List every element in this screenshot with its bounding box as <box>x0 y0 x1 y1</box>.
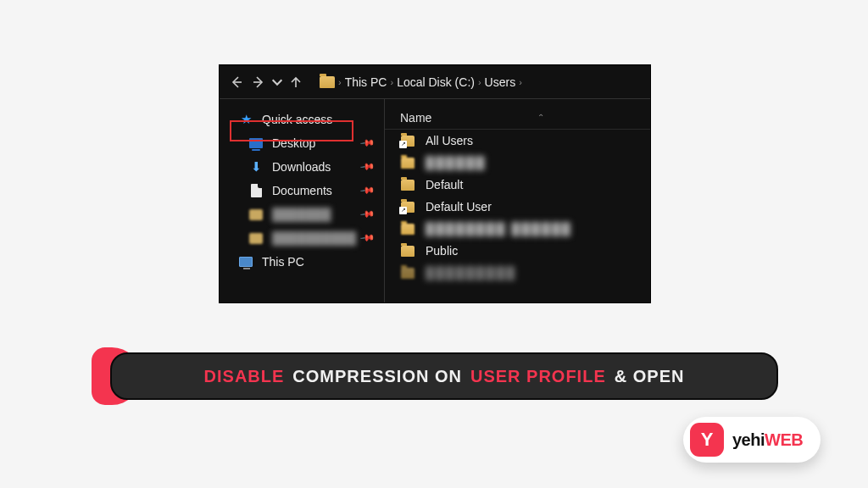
sidebar-item-label: This PC <box>262 255 304 269</box>
pin-icon: 📌 <box>359 136 376 152</box>
logo-badge-icon: Y <box>690 423 724 457</box>
caption-word: & OPEN <box>615 367 685 386</box>
list-item-highlighted[interactable]: ██████ <box>385 152 650 174</box>
forward-button[interactable] <box>248 72 269 92</box>
sidebar-item-documents[interactable]: Documents 📌 <box>220 179 384 202</box>
sidebar-item-label: Documents <box>272 184 332 197</box>
breadcrumb-users[interactable]: Users <box>485 75 516 89</box>
folder-icon <box>401 224 415 235</box>
caption-word: COMPRESSION ON <box>292 367 462 386</box>
navigation-pane: ★ Quick access Desktop 📌 ⬇ Downloads 📌 D… <box>220 99 385 302</box>
sidebar-item-label: Downloads <box>272 160 331 174</box>
column-header-name[interactable]: Name ⌃ <box>385 106 650 130</box>
computer-icon <box>239 257 253 267</box>
file-list: Name ⌃ ↗ All Users ██████ Default ↗ Defa… <box>385 99 650 302</box>
chevron-right-icon: › <box>338 77 342 87</box>
list-item[interactable]: █████████ <box>385 262 650 284</box>
chevron-down-icon <box>270 75 284 89</box>
file-name: ██████ <box>426 156 487 169</box>
folder-icon <box>320 76 335 88</box>
folder-icon: ↗ <box>401 202 415 213</box>
file-name: Public <box>426 244 458 258</box>
sidebar-item-this-pc[interactable]: This PC <box>220 250 384 274</box>
pin-icon: 📌 <box>359 183 376 199</box>
folder-icon <box>401 268 415 279</box>
sidebar-item-desktop[interactable]: Desktop 📌 <box>220 131 384 155</box>
list-item[interactable]: ↗ All Users <box>385 130 650 152</box>
file-name: Default User <box>426 200 492 214</box>
sort-indicator-icon: ⌃ <box>537 113 544 122</box>
pin-icon: 📌 <box>359 207 376 223</box>
file-name: █████████ <box>426 266 516 280</box>
arrow-up-icon <box>289 75 303 89</box>
list-item[interactable]: ████████ ██████ <box>385 218 650 240</box>
list-item[interactable]: ↗ Default User <box>385 196 650 218</box>
arrow-left-icon <box>230 75 243 89</box>
file-name: ████████ ██████ <box>426 222 572 236</box>
folder-icon <box>249 209 263 220</box>
caption-word: USER PROFILE <box>470 367 606 386</box>
desktop-icon <box>249 138 263 148</box>
folder-icon <box>401 180 415 191</box>
sidebar-item-label: Quick access <box>262 113 332 126</box>
back-button[interactable] <box>226 72 247 92</box>
sidebar-item-label: Desktop <box>272 136 315 150</box>
navigation-bar: › This PC › Local Disk (C:) › Users › <box>220 65 650 99</box>
caption-banner: DISABLE COMPRESSION ON USER PROFILE & OP… <box>92 347 778 405</box>
brand-logo: Y yehiWEB <box>683 417 821 463</box>
download-icon: ⬇ <box>248 160 264 174</box>
folder-icon <box>401 158 415 169</box>
folder-icon <box>249 233 263 244</box>
explorer-body: ★ Quick access Desktop 📌 ⬇ Downloads 📌 D… <box>220 99 650 302</box>
folder-icon <box>401 246 415 257</box>
chevron-right-icon: › <box>519 77 522 87</box>
address-bar[interactable]: › This PC › Local Disk (C:) › Users › <box>320 75 522 89</box>
sidebar-item-blurred[interactable]: ██████████ 📌 <box>220 226 384 250</box>
pin-icon: 📌 <box>359 230 376 247</box>
chevron-right-icon: › <box>390 77 393 87</box>
breadcrumb-local-disk[interactable]: Local Disk (C:) <box>397 75 475 89</box>
shortcut-overlay-icon: ↗ <box>399 207 407 214</box>
folder-icon: ↗ <box>401 136 415 147</box>
sidebar-item-downloads[interactable]: ⬇ Downloads 📌 <box>220 155 384 179</box>
logo-text: yehiWEB <box>732 430 803 450</box>
document-icon <box>251 184 262 197</box>
shortcut-overlay-icon: ↗ <box>399 141 407 148</box>
chevron-right-icon: › <box>478 77 481 87</box>
list-item[interactable]: Public <box>385 240 650 262</box>
recent-locations-button[interactable] <box>270 72 284 92</box>
sidebar-item-quick-access[interactable]: ★ Quick access <box>220 108 384 131</box>
caption-word: DISABLE <box>204 367 285 386</box>
list-item[interactable]: Default <box>385 174 650 196</box>
pin-icon: 📌 <box>359 159 376 175</box>
up-button[interactable] <box>286 72 306 92</box>
star-icon: ★ <box>238 113 253 126</box>
breadcrumb-this-pc[interactable]: This PC <box>345 75 387 89</box>
sidebar-item-blurred[interactable]: ███████ 📌 <box>220 202 384 226</box>
sidebar-item-label: ███████ <box>272 208 331 221</box>
file-explorer-window: › This PC › Local Disk (C:) › Users › ★ … <box>219 64 651 303</box>
file-name: All Users <box>426 134 473 147</box>
arrow-right-icon <box>252 75 265 89</box>
caption-text-bar: DISABLE COMPRESSION ON USER PROFILE & OP… <box>110 352 778 400</box>
file-name: Default <box>426 178 463 191</box>
sidebar-item-label: ██████████ <box>272 231 356 245</box>
